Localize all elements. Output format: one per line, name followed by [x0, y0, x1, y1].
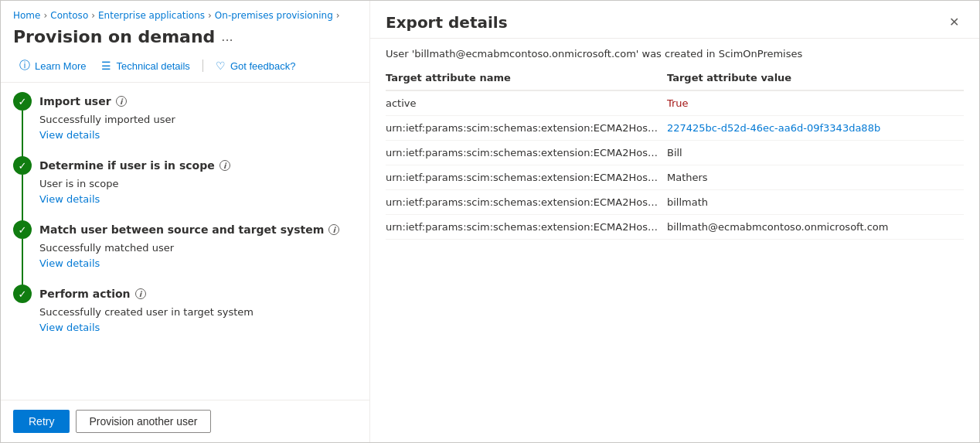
- step-title-import: Import user i: [39, 95, 127, 107]
- retry-button[interactable]: Retry: [13, 410, 70, 433]
- provision-another-button[interactable]: Provision another user: [76, 410, 210, 433]
- page-title: Provision on demand: [13, 27, 215, 46]
- breadcrumb-contoso[interactable]: Contoso: [50, 10, 88, 21]
- right-panel: Export details ✕ User 'billmath@ecmabmco…: [370, 1, 979, 442]
- export-table-area: Target attribute name Target attribute v…: [370, 66, 979, 442]
- technical-details-label: Technical details: [116, 60, 189, 72]
- step-check-match: [13, 220, 32, 239]
- step-match: Match user between source and target sys…: [13, 220, 357, 269]
- table-row: urn:ietf:params:scim:schemas:extension:E…: [386, 165, 964, 190]
- table-cell-attr: urn:ietf:params:scim:schemas:extension:E…: [386, 165, 667, 190]
- breadcrumb-enterprise-apps[interactable]: Enterprise applications: [98, 10, 205, 21]
- view-details-action[interactable]: View details: [39, 322, 100, 333]
- step-desc-scope: User is in scope: [39, 178, 357, 189]
- step-title-match: Match user between source and target sys…: [39, 223, 339, 236]
- step-check-import: [13, 92, 32, 111]
- step-desc-import: Successfully imported user: [39, 114, 357, 125]
- table-cell-attr: urn:ietf:params:scim:schemas:extension:E…: [386, 141, 667, 165]
- step-header-import: Import user i: [13, 92, 357, 111]
- step-title-scope: Determine if user is in scope i: [39, 159, 230, 172]
- table-cell-attr: active: [386, 90, 667, 116]
- col-header-attr: Target attribute name: [386, 66, 667, 90]
- left-panel: Home › Contoso › Enterprise applications…: [1, 1, 370, 442]
- col-header-val: Target attribute value: [667, 66, 964, 90]
- table-cell-val: Bill: [667, 141, 964, 165]
- toolbar: ⓘ Learn More ☰ Technical details ♡ Got f…: [1, 53, 369, 83]
- table-row: urn:ietf:params:scim:schemas:extension:E…: [386, 215, 964, 240]
- learn-more-button[interactable]: ⓘ Learn More: [13, 56, 92, 76]
- step-body-import: Successfully imported user View details: [13, 114, 357, 141]
- step-check-action: [13, 285, 32, 303]
- table-cell-attr: urn:ietf:params:scim:schemas:extension:E…: [386, 215, 667, 240]
- table-cell-val: True: [667, 90, 964, 116]
- step-action: Perform action i Successfully created us…: [13, 285, 357, 333]
- step-check-scope: [13, 156, 32, 175]
- right-title: Export details: [386, 13, 508, 32]
- export-message: User 'billmath@ecmabmcontoso.onmicrosoft…: [370, 39, 979, 66]
- table-cell-val: Mathers: [667, 165, 964, 190]
- breadcrumb-chevron-4: ›: [336, 10, 340, 21]
- right-header: Export details ✕: [370, 1, 979, 39]
- technical-details-button[interactable]: ☰ Technical details: [95, 56, 196, 75]
- step-header-action: Perform action i: [13, 285, 357, 303]
- step-title-action: Perform action i: [39, 288, 146, 300]
- heart-icon: ♡: [216, 60, 226, 72]
- breadcrumb: Home › Contoso › Enterprise applications…: [1, 1, 369, 24]
- breadcrumb-home[interactable]: Home: [13, 10, 40, 21]
- step-import-user: Import user i Successfully imported user…: [13, 92, 357, 141]
- breadcrumb-chevron-2: ›: [91, 10, 95, 21]
- table-cell-val: billmath: [667, 190, 964, 215]
- table-cell-attr: urn:ietf:params:scim:schemas:extension:E…: [386, 116, 667, 141]
- learn-more-label: Learn More: [35, 60, 86, 72]
- got-feedback-button[interactable]: ♡ Got feedback?: [209, 56, 302, 75]
- info-icon-action[interactable]: i: [135, 288, 146, 299]
- breadcrumb-on-premises[interactable]: On-premises provisioning: [215, 10, 333, 21]
- table-cell-val: 227425bc-d52d-46ec-aa6d-09f3343da88b: [667, 116, 964, 141]
- info-circle-icon: ⓘ: [19, 59, 30, 73]
- view-details-import[interactable]: View details: [39, 129, 100, 141]
- export-table: Target attribute name Target attribute v…: [386, 66, 964, 240]
- table-cell-val: billmath@ecmabmcontoso.onmicrosoft.com: [667, 215, 964, 240]
- info-icon-import[interactable]: i: [116, 96, 127, 107]
- step-body-action: Successfully created user in target syst…: [13, 306, 357, 333]
- view-details-scope[interactable]: View details: [39, 193, 100, 205]
- steps-area: Import user i Successfully imported user…: [1, 83, 369, 400]
- step-desc-match: Successfully matched user: [39, 242, 357, 254]
- info-icon-scope[interactable]: i: [219, 160, 230, 171]
- footer-actions: Retry Provision another user: [1, 400, 369, 442]
- step-header-scope: Determine if user is in scope i: [13, 156, 357, 175]
- close-button[interactable]: ✕: [944, 13, 964, 31]
- toolbar-divider: [202, 60, 203, 72]
- table-row: activeTrue: [386, 90, 964, 116]
- table-cell-attr: urn:ietf:params:scim:schemas:extension:E…: [386, 190, 667, 215]
- list-icon: ☰: [101, 60, 111, 72]
- step-body-match: Successfully matched user View details: [13, 242, 357, 269]
- breadcrumb-chevron-3: ›: [208, 10, 212, 21]
- table-row: urn:ietf:params:scim:schemas:extension:E…: [386, 141, 964, 165]
- step-scope: Determine if user is in scope i User is …: [13, 156, 357, 205]
- step-header-match: Match user between source and target sys…: [13, 220, 357, 239]
- got-feedback-label: Got feedback?: [230, 60, 296, 72]
- step-body-scope: User is in scope View details: [13, 178, 357, 205]
- view-details-match[interactable]: View details: [39, 257, 100, 269]
- table-row: urn:ietf:params:scim:schemas:extension:E…: [386, 190, 964, 215]
- step-desc-action: Successfully created user in target syst…: [39, 306, 357, 318]
- more-options-icon[interactable]: ...: [221, 29, 233, 44]
- info-icon-match[interactable]: i: [328, 224, 339, 235]
- table-row: urn:ietf:params:scim:schemas:extension:E…: [386, 116, 964, 141]
- breadcrumb-chevron-1: ›: [43, 10, 47, 21]
- page-title-row: Provision on demand ...: [1, 24, 369, 53]
